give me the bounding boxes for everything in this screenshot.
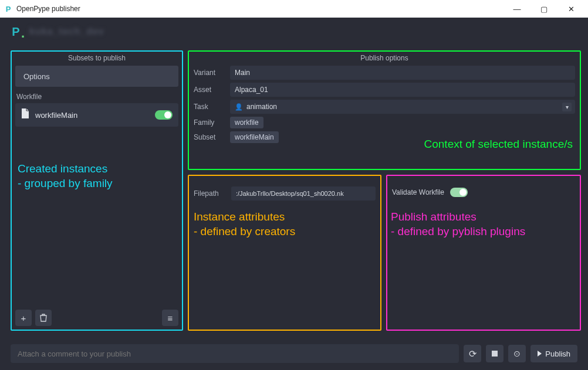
instance-name: workfileMain: [35, 111, 149, 120]
variant-input[interactable]: [230, 66, 575, 80]
task-select[interactable]: 👤 animation ▾: [230, 100, 575, 114]
window-titlebar: P OpenPype publisher — ▢ ✕: [0, 0, 588, 18]
logo-icon: P: [8, 24, 23, 39]
subset-chip: workfileMain: [230, 131, 279, 143]
publish-options-title: Publish options: [194, 54, 575, 62]
instance-row[interactable]: workfileMain: [15, 103, 178, 127]
variant-label: Variant: [194, 69, 225, 77]
maximize-button[interactable]: ▢: [530, 0, 557, 18]
instance-toggle[interactable]: [155, 110, 173, 120]
asset-input[interactable]: [230, 83, 575, 97]
person-icon: 👤: [235, 103, 243, 111]
filepath-input[interactable]: [231, 186, 376, 201]
subsets-annotation: Created instances - grouped by family: [18, 162, 113, 191]
family-chip: workfile: [230, 117, 263, 128]
validate-workfile-label: Validate Workfile: [392, 188, 444, 196]
context-name: kuka_tech_dev: [29, 26, 104, 37]
chevron-down-icon: ▾: [562, 103, 572, 111]
refresh-icon: ⟳: [469, 348, 477, 359]
subset-label: Subset: [194, 133, 225, 141]
comment-input[interactable]: [11, 344, 459, 363]
settings-button[interactable]: ⊙: [508, 345, 526, 362]
family-group-label: Workfile: [16, 93, 178, 101]
close-button[interactable]: ✕: [557, 0, 584, 18]
subsets-panel: Subsets to publish Options Workfile work…: [11, 50, 183, 331]
reset-button[interactable]: ⟳: [464, 345, 481, 362]
add-button[interactable]: +: [15, 310, 32, 326]
app-icon: P: [4, 4, 13, 13]
delete-button[interactable]: [35, 310, 52, 326]
filepath-label: Filepath: [194, 189, 227, 198]
footer-bar: ⟳ ⊙ Publish: [0, 342, 588, 370]
window-title: OpenPype publisher: [16, 5, 80, 13]
instance-attrs-panel: Filepath Instance attributes - defined b…: [188, 175, 381, 331]
gear-icon: ⊙: [513, 349, 521, 358]
subsets-title: Subsets to publish: [15, 54, 178, 62]
stop-icon: [492, 351, 498, 357]
file-icon: [21, 108, 29, 121]
task-value: animation: [246, 103, 559, 111]
task-label: Task: [194, 103, 225, 111]
family-label: Family: [194, 118, 225, 127]
pubattr-annotation: Publish attributes - defined by pyblish …: [391, 210, 525, 239]
asset-label: Asset: [194, 86, 225, 94]
publish-button[interactable]: Publish: [530, 345, 577, 362]
validate-workfile-toggle[interactable]: [450, 188, 468, 197]
play-icon: [538, 351, 542, 357]
stop-button[interactable]: [486, 345, 503, 362]
app-header: P kuka_tech_dev: [0, 18, 588, 46]
publish-options-panel: Publish options Variant Asset Task 👤 ani…: [188, 50, 581, 170]
instattr-annotation: Instance attributes - defined by creator…: [194, 210, 295, 239]
publish-attrs-panel: Validate Workfile Publish attributes - d…: [386, 175, 581, 331]
menu-button[interactable]: ≡: [162, 310, 178, 326]
minimize-button[interactable]: —: [503, 0, 530, 18]
options-button[interactable]: Options: [15, 66, 178, 87]
publish-label: Publish: [545, 349, 570, 358]
